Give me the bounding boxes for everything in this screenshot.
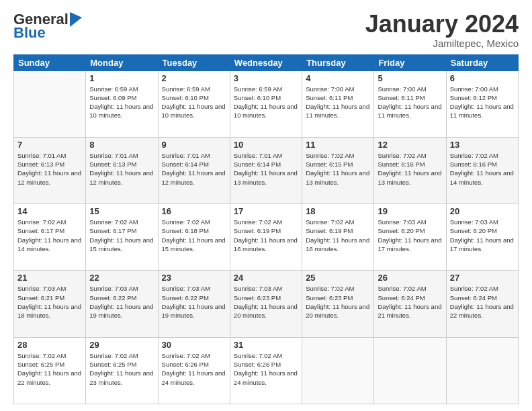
cell-info: Sunrise: 7:02 AMSunset: 6:24 PMDaylight:… — [378, 284, 442, 320]
day-number: 6 — [450, 73, 515, 83]
cell-info: Sunrise: 7:02 AMSunset: 6:16 PMDaylight:… — [378, 151, 442, 187]
sunset-label: Sunset: 6:19 PM — [306, 227, 353, 234]
cell-info: Sunrise: 7:02 AMSunset: 6:23 PMDaylight:… — [306, 284, 370, 320]
sunrise-label: Sunrise: 7:01 AM — [234, 152, 282, 159]
sunset-label: Sunset: 6:11 PM — [378, 94, 425, 101]
day-header-tuesday: Tuesday — [158, 54, 230, 71]
cell-info: Sunrise: 7:02 AMSunset: 6:18 PMDaylight:… — [162, 218, 226, 253]
calendar-cell: 17Sunrise: 7:02 AMSunset: 6:19 PMDayligh… — [230, 204, 302, 271]
day-number: 25 — [306, 273, 370, 283]
sunset-label: Sunset: 6:20 PM — [378, 227, 425, 234]
sunrise-label: Sunrise: 7:01 AM — [162, 152, 210, 159]
sunrise-label: Sunrise: 6:59 AM — [89, 85, 138, 93]
sunrise-label: Sunrise: 7:02 AM — [234, 218, 282, 226]
daylight-label: Daylight: 11 hours and 24 minutes. — [234, 369, 298, 385]
cell-info: Sunrise: 6:59 AMSunset: 6:10 PMDaylight:… — [234, 85, 298, 120]
calendar-cell: 6Sunrise: 7:00 AMSunset: 6:12 PMDaylight… — [446, 71, 518, 137]
daylight-label: Daylight: 11 hours and 17 minutes. — [450, 236, 514, 253]
day-number: 9 — [162, 140, 226, 150]
day-number: 13 — [450, 140, 515, 150]
daylight-label: Daylight: 11 hours and 13 minutes. — [378, 169, 441, 185]
sunset-label: Sunset: 6:17 PM — [17, 227, 64, 234]
sunrise-label: Sunrise: 7:01 AM — [89, 152, 138, 159]
sunrise-label: Sunrise: 7:02 AM — [162, 352, 210, 359]
cell-info: Sunrise: 7:00 AMSunset: 6:12 PMDaylight:… — [450, 85, 515, 120]
cell-info: Sunrise: 7:01 AMSunset: 6:13 PMDaylight:… — [17, 151, 82, 187]
cell-info: Sunrise: 7:02 AMSunset: 6:15 PMDaylight:… — [306, 151, 370, 187]
calendar-cell: 28Sunrise: 7:02 AMSunset: 6:25 PMDayligh… — [14, 337, 86, 404]
sunrise-label: Sunrise: 7:02 AM — [306, 218, 354, 226]
sunset-label: Sunset: 6:24 PM — [378, 294, 425, 302]
calendar-cell — [302, 337, 374, 404]
day-header-wednesday: Wednesday — [230, 54, 302, 71]
sunset-label: Sunset: 6:24 PM — [450, 294, 497, 302]
daylight-label: Daylight: 11 hours and 22 minutes. — [450, 303, 514, 319]
daylight-label: Daylight: 11 hours and 16 minutes. — [306, 236, 369, 253]
cell-info: Sunrise: 7:03 AMSunset: 6:20 PMDaylight:… — [450, 218, 515, 253]
cell-info: Sunrise: 7:03 AMSunset: 6:23 PMDaylight:… — [234, 284, 298, 320]
day-number: 4 — [306, 73, 370, 83]
calendar-week-row: 1Sunrise: 6:59 AMSunset: 6:09 PMDaylight… — [14, 71, 519, 137]
daylight-label: Daylight: 11 hours and 10 minutes. — [234, 103, 298, 119]
calendar-cell: 3Sunrise: 6:59 AMSunset: 6:10 PMDaylight… — [230, 71, 302, 137]
sunrise-label: Sunrise: 7:03 AM — [89, 285, 138, 292]
sunrise-label: Sunrise: 7:02 AM — [378, 285, 426, 292]
day-number: 15 — [89, 206, 154, 216]
sunrise-label: Sunrise: 7:03 AM — [162, 285, 210, 292]
calendar-cell — [446, 337, 518, 404]
calendar-cell: 9Sunrise: 7:01 AMSunset: 6:14 PMDaylight… — [158, 137, 230, 203]
calendar-cell: 21Sunrise: 7:03 AMSunset: 6:21 PMDayligh… — [14, 271, 86, 337]
day-number: 12 — [378, 140, 442, 150]
sunrise-label: Sunrise: 7:02 AM — [89, 218, 138, 226]
sunset-label: Sunset: 6:19 PM — [234, 227, 281, 234]
day-number: 18 — [306, 206, 370, 216]
sunrise-label: Sunrise: 7:00 AM — [306, 85, 354, 93]
logo-blue: Blue — [13, 24, 46, 42]
day-number: 20 — [450, 206, 515, 216]
cell-info: Sunrise: 7:02 AMSunset: 6:19 PMDaylight:… — [234, 218, 298, 253]
sunrise-label: Sunrise: 7:02 AM — [17, 218, 66, 226]
sunset-label: Sunset: 6:22 PM — [162, 294, 209, 302]
cell-info: Sunrise: 7:01 AMSunset: 6:13 PMDaylight:… — [89, 151, 154, 187]
sunrise-label: Sunrise: 7:00 AM — [378, 85, 426, 93]
daylight-label: Daylight: 11 hours and 11 minutes. — [378, 103, 441, 119]
sunset-label: Sunset: 6:10 PM — [162, 94, 209, 101]
calendar-week-row: 21Sunrise: 7:03 AMSunset: 6:21 PMDayligh… — [14, 271, 519, 337]
sunset-label: Sunset: 6:20 PM — [450, 227, 497, 234]
cell-info: Sunrise: 7:02 AMSunset: 6:25 PMDaylight:… — [17, 351, 82, 387]
day-number: 31 — [234, 340, 298, 350]
sunset-label: Sunset: 6:12 PM — [450, 94, 497, 101]
cell-info: Sunrise: 7:02 AMSunset: 6:26 PMDaylight:… — [162, 351, 226, 387]
calendar-cell — [374, 337, 446, 404]
sunset-label: Sunset: 6:26 PM — [162, 361, 209, 368]
sunset-label: Sunset: 6:23 PM — [234, 294, 281, 302]
calendar-week-row: 7Sunrise: 7:01 AMSunset: 6:13 PMDaylight… — [14, 137, 519, 203]
sunset-label: Sunset: 6:15 PM — [306, 161, 353, 168]
sunrise-label: Sunrise: 7:01 AM — [17, 152, 66, 159]
day-number: 16 — [162, 206, 226, 216]
daylight-label: Daylight: 11 hours and 20 minutes. — [306, 303, 369, 319]
day-number: 21 — [17, 273, 82, 283]
cell-info: Sunrise: 7:03 AMSunset: 6:20 PMDaylight:… — [378, 218, 442, 253]
location: Jamiltepec, Mexico — [365, 38, 519, 49]
daylight-label: Daylight: 11 hours and 14 minutes. — [17, 236, 81, 253]
daylight-label: Daylight: 11 hours and 24 minutes. — [162, 369, 226, 385]
day-header-monday: Monday — [86, 54, 158, 71]
calendar-cell: 12Sunrise: 7:02 AMSunset: 6:16 PMDayligh… — [374, 137, 446, 203]
daylight-label: Daylight: 11 hours and 15 minutes. — [162, 236, 226, 253]
sunrise-label: Sunrise: 7:00 AM — [450, 85, 498, 93]
day-header-friday: Friday — [374, 54, 446, 71]
calendar-cell: 18Sunrise: 7:02 AMSunset: 6:19 PMDayligh… — [302, 204, 374, 271]
sunset-label: Sunset: 6:21 PM — [17, 294, 64, 302]
calendar-header-row: SundayMondayTuesdayWednesdayThursdayFrid… — [14, 54, 519, 71]
sunset-label: Sunset: 6:18 PM — [162, 227, 209, 234]
calendar-cell: 15Sunrise: 7:02 AMSunset: 6:17 PMDayligh… — [86, 204, 158, 271]
sunrise-label: Sunrise: 7:02 AM — [234, 352, 282, 359]
sunset-label: Sunset: 6:26 PM — [234, 361, 281, 368]
day-number: 8 — [89, 140, 154, 150]
calendar-cell: 7Sunrise: 7:01 AMSunset: 6:13 PMDaylight… — [14, 137, 86, 203]
sunrise-label: Sunrise: 7:02 AM — [89, 352, 138, 359]
daylight-label: Daylight: 11 hours and 16 minutes. — [234, 236, 298, 253]
day-number: 19 — [378, 206, 442, 216]
day-number: 11 — [306, 140, 370, 150]
